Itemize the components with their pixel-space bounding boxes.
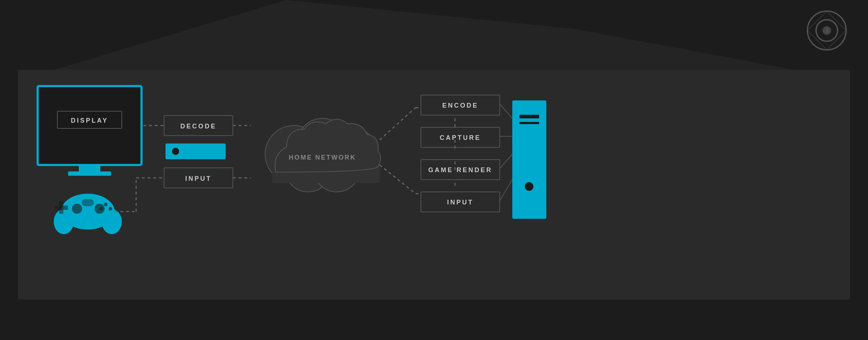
svg-line-50 xyxy=(500,104,512,118)
svg-rect-48 xyxy=(519,122,539,124)
svg-text:CAPTURE: CAPTURE xyxy=(440,134,481,141)
svg-rect-15 xyxy=(54,206,68,210)
svg-point-49 xyxy=(525,182,533,191)
diagram-svg: DISPLAY DECODE INPUT xyxy=(0,0,868,340)
svg-rect-47 xyxy=(519,115,539,118)
svg-text:INPUT: INPUT xyxy=(447,199,474,206)
tv-display-label: DISPLAY xyxy=(71,117,108,124)
svg-point-12 xyxy=(72,204,82,214)
svg-rect-9 xyxy=(68,171,111,176)
svg-line-53 xyxy=(500,179,512,201)
svg-point-16 xyxy=(104,203,107,206)
svg-point-10 xyxy=(54,209,74,234)
svg-point-18 xyxy=(99,207,103,211)
svg-text:DECODE: DECODE xyxy=(180,123,216,130)
svg-point-17 xyxy=(109,207,112,211)
svg-point-11 xyxy=(102,209,122,234)
svg-line-35 xyxy=(380,108,416,140)
home-network-label: HOME NETWORK xyxy=(289,154,356,161)
svg-text:ENCODE: ENCODE xyxy=(442,102,478,109)
svg-rect-19 xyxy=(82,199,94,206)
svg-text:GAME RENDER: GAME RENDER xyxy=(428,166,492,174)
tv-monitor xyxy=(38,86,142,165)
svg-point-23 xyxy=(172,148,179,155)
svg-line-52 xyxy=(500,154,512,169)
svg-text:INPUT: INPUT xyxy=(185,175,212,182)
svg-line-37 xyxy=(380,165,416,194)
